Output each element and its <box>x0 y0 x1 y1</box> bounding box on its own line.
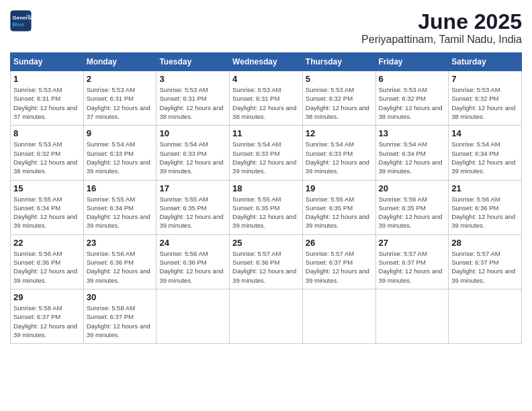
header-tuesday: Tuesday <box>157 53 230 71</box>
calendar-cell: 13Sunrise: 5:54 AMSunset: 6:34 PMDayligh… <box>375 126 449 180</box>
day-number: 21 <box>451 183 519 193</box>
day-info: Sunrise: 5:58 AMSunset: 6:37 PMDaylight:… <box>13 304 81 339</box>
header-saturday: Saturday <box>449 53 522 71</box>
day-number: 11 <box>232 128 300 138</box>
calendar-cell <box>302 289 375 343</box>
day-info: Sunrise: 5:53 AMSunset: 6:31 PMDaylight:… <box>232 85 300 121</box>
calendar-cell <box>230 289 303 343</box>
logo-icon: General Blue <box>10 10 32 32</box>
calendar-cell: 17Sunrise: 5:55 AMSunset: 6:35 PMDayligh… <box>157 180 230 234</box>
day-number: 22 <box>13 238 81 248</box>
calendar-cell: 3Sunrise: 5:53 AMSunset: 6:31 PMDaylight… <box>157 71 230 126</box>
day-info: Sunrise: 5:57 AMSunset: 6:37 PMDaylight:… <box>306 249 373 285</box>
calendar-cell: 14Sunrise: 5:54 AMSunset: 6:34 PMDayligh… <box>449 126 522 180</box>
calendar-cell: 9Sunrise: 5:54 AMSunset: 6:33 PMDaylight… <box>83 126 157 180</box>
day-number: 16 <box>87 183 154 193</box>
calendar-row-2: 15Sunrise: 5:55 AMSunset: 6:34 PMDayligh… <box>11 180 522 234</box>
day-info: Sunrise: 5:55 AMSunset: 6:34 PMDaylight:… <box>13 195 81 230</box>
header-sunday: Sunday <box>11 53 84 71</box>
calendar-cell: 11Sunrise: 5:54 AMSunset: 6:33 PMDayligh… <box>230 126 303 180</box>
calendar-cell: 24Sunrise: 5:56 AMSunset: 6:36 PMDayligh… <box>157 234 230 289</box>
day-info: Sunrise: 5:56 AMSunset: 6:36 PMDaylight:… <box>451 195 519 230</box>
day-info: Sunrise: 5:56 AMSunset: 6:35 PMDaylight:… <box>379 195 446 230</box>
calendar-cell: 30Sunrise: 5:58 AMSunset: 6:37 PMDayligh… <box>83 289 157 343</box>
day-info: Sunrise: 5:53 AMSunset: 6:31 PMDaylight:… <box>87 85 154 121</box>
day-number: 27 <box>379 238 446 248</box>
calendar-cell: 23Sunrise: 5:56 AMSunset: 6:36 PMDayligh… <box>83 234 157 289</box>
location-title: Periyapattinam, Tamil Nadu, India <box>361 34 522 46</box>
day-info: Sunrise: 5:54 AMSunset: 6:33 PMDaylight:… <box>306 140 373 175</box>
calendar-row-3: 22Sunrise: 5:56 AMSunset: 6:36 PMDayligh… <box>11 234 522 289</box>
day-info: Sunrise: 5:57 AMSunset: 6:36 PMDaylight:… <box>232 249 300 285</box>
day-number: 14 <box>451 128 519 138</box>
day-info: Sunrise: 5:54 AMSunset: 6:33 PMDaylight:… <box>159 140 226 175</box>
day-number: 28 <box>451 238 519 248</box>
calendar-cell: 5Sunrise: 5:53 AMSunset: 6:32 PMDaylight… <box>302 71 375 126</box>
page-header: General Blue General Blue June 2025 Peri… <box>10 10 522 46</box>
day-number: 1 <box>13 74 81 84</box>
day-number: 4 <box>232 74 300 84</box>
calendar-cell: 19Sunrise: 5:55 AMSunset: 6:35 PMDayligh… <box>302 180 375 234</box>
day-info: Sunrise: 5:58 AMSunset: 6:37 PMDaylight:… <box>87 304 154 339</box>
day-number: 13 <box>379 128 446 138</box>
day-number: 10 <box>159 128 226 138</box>
calendar-row-0: 1Sunrise: 5:53 AMSunset: 6:31 PMDaylight… <box>11 71 522 126</box>
calendar-cell: 27Sunrise: 5:57 AMSunset: 6:37 PMDayligh… <box>375 234 449 289</box>
day-number: 5 <box>306 74 373 84</box>
day-info: Sunrise: 5:53 AMSunset: 6:32 PMDaylight:… <box>379 85 446 121</box>
calendar-cell: 7Sunrise: 5:53 AMSunset: 6:32 PMDaylight… <box>449 71 522 126</box>
day-info: Sunrise: 5:56 AMSunset: 6:36 PMDaylight:… <box>159 249 226 285</box>
calendar-cell: 20Sunrise: 5:56 AMSunset: 6:35 PMDayligh… <box>375 180 449 234</box>
day-info: Sunrise: 5:57 AMSunset: 6:37 PMDaylight:… <box>379 249 446 285</box>
calendar-table: SundayMondayTuesdayWednesdayThursdayFrid… <box>10 52 522 344</box>
calendar-cell: 15Sunrise: 5:55 AMSunset: 6:34 PMDayligh… <box>11 180 84 234</box>
calendar-cell: 6Sunrise: 5:53 AMSunset: 6:32 PMDaylight… <box>375 71 449 126</box>
day-number: 3 <box>159 74 226 84</box>
calendar-cell <box>157 289 230 343</box>
day-info: Sunrise: 5:53 AMSunset: 6:31 PMDaylight:… <box>159 85 226 121</box>
day-number: 24 <box>159 238 226 248</box>
day-info: Sunrise: 5:53 AMSunset: 6:32 PMDaylight:… <box>451 85 519 121</box>
svg-text:Blue: Blue <box>13 21 25 28</box>
day-number: 9 <box>87 128 154 138</box>
day-number: 6 <box>379 74 446 84</box>
day-info: Sunrise: 5:53 AMSunset: 6:32 PMDaylight:… <box>306 85 373 121</box>
calendar-cell: 18Sunrise: 5:55 AMSunset: 6:35 PMDayligh… <box>230 180 303 234</box>
day-number: 8 <box>13 128 81 138</box>
calendar-header-row: SundayMondayTuesdayWednesdayThursdayFrid… <box>11 53 522 71</box>
header-thursday: Thursday <box>302 53 375 71</box>
header-monday: Monday <box>83 53 157 71</box>
day-info: Sunrise: 5:55 AMSunset: 6:34 PMDaylight:… <box>87 195 154 230</box>
day-number: 12 <box>306 128 373 138</box>
day-info: Sunrise: 5:54 AMSunset: 6:34 PMDaylight:… <box>379 140 446 175</box>
calendar-cell: 1Sunrise: 5:53 AMSunset: 6:31 PMDaylight… <box>11 71 84 126</box>
day-info: Sunrise: 5:56 AMSunset: 6:36 PMDaylight:… <box>87 249 154 285</box>
calendar-cell: 4Sunrise: 5:53 AMSunset: 6:31 PMDaylight… <box>230 71 303 126</box>
calendar-cell: 16Sunrise: 5:55 AMSunset: 6:34 PMDayligh… <box>83 180 157 234</box>
calendar-cell: 10Sunrise: 5:54 AMSunset: 6:33 PMDayligh… <box>157 126 230 180</box>
month-title: June 2025 <box>361 10 522 34</box>
calendar-cell: 28Sunrise: 5:57 AMSunset: 6:37 PMDayligh… <box>449 234 522 289</box>
day-info: Sunrise: 5:55 AMSunset: 6:35 PMDaylight:… <box>159 195 226 230</box>
calendar-cell: 26Sunrise: 5:57 AMSunset: 6:37 PMDayligh… <box>302 234 375 289</box>
day-info: Sunrise: 5:54 AMSunset: 6:34 PMDaylight:… <box>451 140 519 175</box>
calendar-cell: 21Sunrise: 5:56 AMSunset: 6:36 PMDayligh… <box>449 180 522 234</box>
header-friday: Friday <box>375 53 449 71</box>
day-number: 30 <box>87 292 154 302</box>
calendar-cell <box>375 289 449 343</box>
day-info: Sunrise: 5:55 AMSunset: 6:35 PMDaylight:… <box>306 195 373 230</box>
calendar-cell: 25Sunrise: 5:57 AMSunset: 6:36 PMDayligh… <box>230 234 303 289</box>
calendar-cell: 8Sunrise: 5:53 AMSunset: 6:32 PMDaylight… <box>11 126 84 180</box>
logo: General Blue General Blue <box>10 10 32 32</box>
title-area: June 2025 Periyapattinam, Tamil Nadu, In… <box>361 10 522 46</box>
day-info: Sunrise: 5:54 AMSunset: 6:33 PMDaylight:… <box>232 140 300 175</box>
calendar-row-4: 29Sunrise: 5:58 AMSunset: 6:37 PMDayligh… <box>11 289 522 343</box>
day-number: 7 <box>451 74 519 84</box>
calendar-cell <box>449 289 522 343</box>
calendar-cell: 12Sunrise: 5:54 AMSunset: 6:33 PMDayligh… <box>302 126 375 180</box>
calendar-row-1: 8Sunrise: 5:53 AMSunset: 6:32 PMDaylight… <box>11 126 522 180</box>
day-number: 17 <box>159 183 226 193</box>
day-info: Sunrise: 5:54 AMSunset: 6:33 PMDaylight:… <box>87 140 154 175</box>
day-number: 25 <box>232 238 300 248</box>
day-number: 18 <box>232 183 300 193</box>
